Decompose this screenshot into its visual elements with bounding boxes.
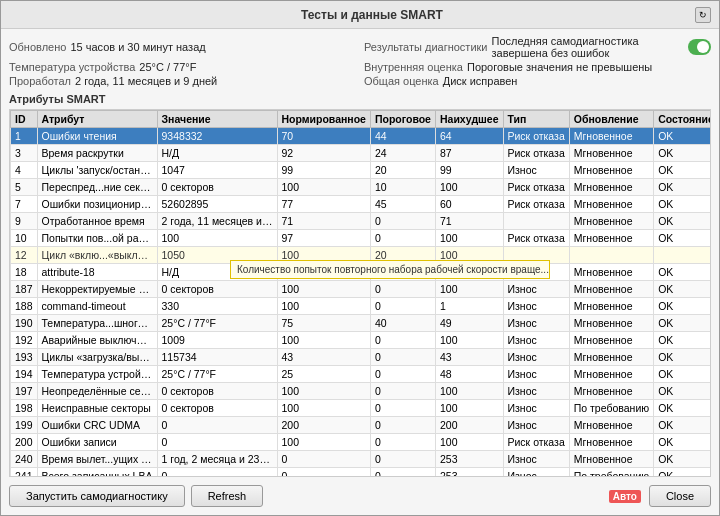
- table-row[interactable]: 193Циклы «загрузка/выгрузка»11573443043И…: [11, 349, 712, 366]
- title-bar: Тесты и данные SMART ↻: [1, 1, 719, 29]
- table-row[interactable]: 190Температура...шного потока25°C / 77°F…: [11, 315, 712, 332]
- col-header-атрибут: Атрибут: [37, 111, 157, 128]
- uptime-value: 2 года, 11 месяцев и 9 дней: [75, 75, 217, 87]
- diag-toggle[interactable]: [688, 39, 711, 55]
- smart-table-container[interactable]: IDАтрибутЗначениеНормированноеПороговоеН…: [9, 109, 711, 477]
- table-row[interactable]: 199Ошибки CRC UDMA02000200ИзносМгновенно…: [11, 417, 712, 434]
- watermark: Авто: [609, 491, 641, 502]
- table-row[interactable]: 240Время вылет...ущих головок1 год, 2 ме…: [11, 451, 712, 468]
- table-row[interactable]: 3Время раскруткиН/Д922487Риск отказаМгно…: [11, 145, 712, 162]
- table-header-row: IDАтрибутЗначениеНормированноеПороговоеН…: [11, 111, 712, 128]
- table-row[interactable]: 192Аварийные выключения10091000100ИзносМ…: [11, 332, 712, 349]
- temp-label: Температура устройства: [9, 61, 135, 73]
- uptime-row: Проработал 2 года, 11 месяцев и 9 дней: [9, 75, 356, 87]
- col-header-id: ID: [11, 111, 38, 128]
- table-row[interactable]: 1Ошибки чтения9348332704464Риск отказаМг…: [11, 128, 712, 145]
- internal-row: Внутренняя оценка Пороговые значения не …: [364, 61, 711, 73]
- main-window: Тесты и данные SMART ↻ Обновлено 15 часо…: [0, 0, 720, 516]
- updated-row: Обновлено 15 часов и 30 минут назад: [9, 35, 356, 59]
- window-title: Тесты и данные SMART: [49, 8, 695, 22]
- table-row[interactable]: 188command-timeout33010001ИзносМгновенно…: [11, 298, 712, 315]
- col-header-тип: Тип: [503, 111, 569, 128]
- table-row[interactable]: 197Неопределённые секторы0 секторов10001…: [11, 383, 712, 400]
- temp-value: 25°C / 77°F: [139, 61, 196, 73]
- uptime-label: Проработал: [9, 75, 71, 87]
- section-title: Атрибуты SMART: [9, 93, 711, 105]
- col-header-значение: Значение: [157, 111, 277, 128]
- tooltip-overlay: Количество попыток повторного набора раб…: [230, 260, 550, 279]
- table-row[interactable]: 198Неисправные секторы0 секторов1000100И…: [11, 400, 712, 417]
- updated-value: 15 часов и 30 минут назад: [70, 41, 205, 53]
- smart-table: IDАтрибутЗначениеНормированноеПороговоеН…: [10, 110, 711, 477]
- table-row[interactable]: 7Ошибки позиционирования52602895774560Ри…: [11, 196, 712, 213]
- overall-row: Общая оценка Диск исправен: [364, 75, 711, 87]
- diag-row: Результаты диагностики Последняя самодиа…: [364, 35, 711, 59]
- info-bar: Обновлено 15 часов и 30 минут назад Резу…: [9, 35, 711, 87]
- col-header-нормированное: Нормированное: [277, 111, 370, 128]
- refresh-title-btn[interactable]: ↻: [695, 7, 711, 23]
- diag-label: Результаты диагностики: [364, 41, 488, 53]
- footer-buttons: Запустить самодиагностику Refresh: [9, 485, 263, 507]
- temp-row: Температура устройства 25°C / 77°F: [9, 61, 356, 73]
- col-header-наихудшее: Наихудшее: [435, 111, 503, 128]
- table-row[interactable]: 241Всего записанных LBA000253ИзносПо тре…: [11, 468, 712, 478]
- overall-label: Общая оценка: [364, 75, 439, 87]
- diag-value: Последняя самодиагностика завершена без …: [492, 35, 681, 59]
- run-diag-button[interactable]: Запустить самодиагностику: [9, 485, 185, 507]
- table-row[interactable]: 9Отработанное время2 года, 11 месяцев и …: [11, 213, 712, 230]
- col-header-состояние: Состояние: [654, 111, 711, 128]
- main-content: Обновлено 15 часов и 30 минут назад Резу…: [1, 29, 719, 515]
- table-row[interactable]: 4Циклы 'запуск/останов'1047992099ИзносМг…: [11, 162, 712, 179]
- col-header-пороговое: Пороговое: [370, 111, 435, 128]
- table-row[interactable]: 5Переспред...ние секторов0 секторов10010…: [11, 179, 712, 196]
- footer: Запустить самодиагностику Refresh Авто C…: [9, 481, 711, 509]
- table-row[interactable]: 194Температура устройства25°C / 77°F2504…: [11, 366, 712, 383]
- close-button[interactable]: Close: [649, 485, 711, 507]
- internal-value: Пороговые значения не превышены: [467, 61, 652, 73]
- col-header-обновление: Обновление: [569, 111, 653, 128]
- window-controls: ↻: [695, 7, 711, 23]
- overall-value: Диск исправен: [443, 75, 518, 87]
- refresh-button[interactable]: Refresh: [191, 485, 264, 507]
- table-row[interactable]: 200Ошибки записи01000100Риск отказаМгнов…: [11, 434, 712, 451]
- updated-label: Обновлено: [9, 41, 66, 53]
- table-row[interactable]: 10Попытки пов...ой раскрутки100970100Рис…: [11, 230, 712, 247]
- table-row[interactable]: 187Некорректируемые ошибки0 секторов1000…: [11, 281, 712, 298]
- internal-label: Внутренняя оценка: [364, 61, 463, 73]
